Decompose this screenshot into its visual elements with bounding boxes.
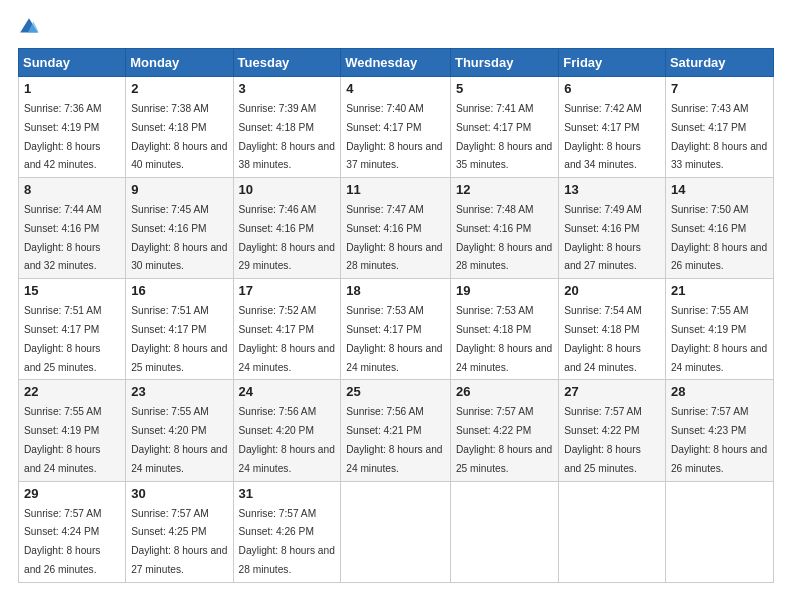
day-number: 3 <box>239 81 336 96</box>
day-number: 29 <box>24 486 120 501</box>
calendar-cell: 13 Sunrise: 7:49 AMSunset: 4:16 PMDaylig… <box>559 178 666 279</box>
day-number: 6 <box>564 81 660 96</box>
header <box>18 16 774 38</box>
day-number: 2 <box>131 81 227 96</box>
day-info: Sunrise: 7:36 AMSunset: 4:19 PMDaylight:… <box>24 103 102 170</box>
day-number: 18 <box>346 283 445 298</box>
calendar-cell <box>450 481 558 582</box>
calendar-cell: 3 Sunrise: 7:39 AMSunset: 4:18 PMDayligh… <box>233 77 341 178</box>
calendar-cell: 15 Sunrise: 7:51 AMSunset: 4:17 PMDaylig… <box>19 279 126 380</box>
logo-icon <box>18 16 40 38</box>
calendar-cell: 8 Sunrise: 7:44 AMSunset: 4:16 PMDayligh… <box>19 178 126 279</box>
day-number: 30 <box>131 486 227 501</box>
day-info: Sunrise: 7:45 AMSunset: 4:16 PMDaylight:… <box>131 204 227 271</box>
day-info: Sunrise: 7:46 AMSunset: 4:16 PMDaylight:… <box>239 204 335 271</box>
calendar-header-friday: Friday <box>559 49 666 77</box>
day-number: 9 <box>131 182 227 197</box>
calendar-cell: 9 Sunrise: 7:45 AMSunset: 4:16 PMDayligh… <box>126 178 233 279</box>
day-info: Sunrise: 7:56 AMSunset: 4:21 PMDaylight:… <box>346 406 442 473</box>
calendar-cell <box>665 481 773 582</box>
calendar-week-1: 1 Sunrise: 7:36 AMSunset: 4:19 PMDayligh… <box>19 77 774 178</box>
day-info: Sunrise: 7:57 AMSunset: 4:22 PMDaylight:… <box>564 406 642 473</box>
day-info: Sunrise: 7:55 AMSunset: 4:19 PMDaylight:… <box>24 406 102 473</box>
day-number: 17 <box>239 283 336 298</box>
day-number: 28 <box>671 384 768 399</box>
day-info: Sunrise: 7:48 AMSunset: 4:16 PMDaylight:… <box>456 204 552 271</box>
calendar-cell: 12 Sunrise: 7:48 AMSunset: 4:16 PMDaylig… <box>450 178 558 279</box>
day-info: Sunrise: 7:55 AMSunset: 4:20 PMDaylight:… <box>131 406 227 473</box>
calendar-cell: 29 Sunrise: 7:57 AMSunset: 4:24 PMDaylig… <box>19 481 126 582</box>
calendar-cell: 18 Sunrise: 7:53 AMSunset: 4:17 PMDaylig… <box>341 279 451 380</box>
day-number: 21 <box>671 283 768 298</box>
day-info: Sunrise: 7:54 AMSunset: 4:18 PMDaylight:… <box>564 305 642 372</box>
day-info: Sunrise: 7:43 AMSunset: 4:17 PMDaylight:… <box>671 103 767 170</box>
calendar-cell: 30 Sunrise: 7:57 AMSunset: 4:25 PMDaylig… <box>126 481 233 582</box>
day-number: 22 <box>24 384 120 399</box>
day-info: Sunrise: 7:51 AMSunset: 4:17 PMDaylight:… <box>131 305 227 372</box>
calendar-header-tuesday: Tuesday <box>233 49 341 77</box>
calendar-cell: 20 Sunrise: 7:54 AMSunset: 4:18 PMDaylig… <box>559 279 666 380</box>
day-number: 31 <box>239 486 336 501</box>
calendar-header-wednesday: Wednesday <box>341 49 451 77</box>
logo <box>18 16 44 38</box>
calendar-cell: 10 Sunrise: 7:46 AMSunset: 4:16 PMDaylig… <box>233 178 341 279</box>
day-number: 25 <box>346 384 445 399</box>
calendar-cell <box>341 481 451 582</box>
day-info: Sunrise: 7:52 AMSunset: 4:17 PMDaylight:… <box>239 305 335 372</box>
calendar-header-thursday: Thursday <box>450 49 558 77</box>
calendar-cell: 24 Sunrise: 7:56 AMSunset: 4:20 PMDaylig… <box>233 380 341 481</box>
calendar-cell: 11 Sunrise: 7:47 AMSunset: 4:16 PMDaylig… <box>341 178 451 279</box>
day-number: 8 <box>24 182 120 197</box>
calendar-cell <box>559 481 666 582</box>
day-info: Sunrise: 7:39 AMSunset: 4:18 PMDaylight:… <box>239 103 335 170</box>
calendar-header-row: SundayMondayTuesdayWednesdayThursdayFrid… <box>19 49 774 77</box>
calendar-week-4: 22 Sunrise: 7:55 AMSunset: 4:19 PMDaylig… <box>19 380 774 481</box>
calendar-cell: 27 Sunrise: 7:57 AMSunset: 4:22 PMDaylig… <box>559 380 666 481</box>
day-info: Sunrise: 7:57 AMSunset: 4:26 PMDaylight:… <box>239 508 335 575</box>
calendar-cell: 19 Sunrise: 7:53 AMSunset: 4:18 PMDaylig… <box>450 279 558 380</box>
day-info: Sunrise: 7:41 AMSunset: 4:17 PMDaylight:… <box>456 103 552 170</box>
calendar-cell: 25 Sunrise: 7:56 AMSunset: 4:21 PMDaylig… <box>341 380 451 481</box>
day-info: Sunrise: 7:42 AMSunset: 4:17 PMDaylight:… <box>564 103 642 170</box>
calendar-cell: 5 Sunrise: 7:41 AMSunset: 4:17 PMDayligh… <box>450 77 558 178</box>
calendar-header-sunday: Sunday <box>19 49 126 77</box>
calendar-table: SundayMondayTuesdayWednesdayThursdayFrid… <box>18 48 774 583</box>
calendar-cell: 16 Sunrise: 7:51 AMSunset: 4:17 PMDaylig… <box>126 279 233 380</box>
day-number: 12 <box>456 182 553 197</box>
day-number: 5 <box>456 81 553 96</box>
day-info: Sunrise: 7:57 AMSunset: 4:25 PMDaylight:… <box>131 508 227 575</box>
day-number: 24 <box>239 384 336 399</box>
day-number: 19 <box>456 283 553 298</box>
calendar-cell: 22 Sunrise: 7:55 AMSunset: 4:19 PMDaylig… <box>19 380 126 481</box>
day-number: 1 <box>24 81 120 96</box>
day-number: 20 <box>564 283 660 298</box>
day-info: Sunrise: 7:57 AMSunset: 4:22 PMDaylight:… <box>456 406 552 473</box>
day-info: Sunrise: 7:57 AMSunset: 4:23 PMDaylight:… <box>671 406 767 473</box>
calendar-cell: 6 Sunrise: 7:42 AMSunset: 4:17 PMDayligh… <box>559 77 666 178</box>
calendar-cell: 28 Sunrise: 7:57 AMSunset: 4:23 PMDaylig… <box>665 380 773 481</box>
calendar-cell: 1 Sunrise: 7:36 AMSunset: 4:19 PMDayligh… <box>19 77 126 178</box>
day-info: Sunrise: 7:55 AMSunset: 4:19 PMDaylight:… <box>671 305 767 372</box>
day-number: 10 <box>239 182 336 197</box>
calendar-cell: 31 Sunrise: 7:57 AMSunset: 4:26 PMDaylig… <box>233 481 341 582</box>
calendar-header-monday: Monday <box>126 49 233 77</box>
day-info: Sunrise: 7:51 AMSunset: 4:17 PMDaylight:… <box>24 305 102 372</box>
calendar-cell: 17 Sunrise: 7:52 AMSunset: 4:17 PMDaylig… <box>233 279 341 380</box>
day-number: 4 <box>346 81 445 96</box>
calendar-body: 1 Sunrise: 7:36 AMSunset: 4:19 PMDayligh… <box>19 77 774 583</box>
calendar-week-3: 15 Sunrise: 7:51 AMSunset: 4:17 PMDaylig… <box>19 279 774 380</box>
day-number: 11 <box>346 182 445 197</box>
calendar-cell: 21 Sunrise: 7:55 AMSunset: 4:19 PMDaylig… <box>665 279 773 380</box>
day-number: 14 <box>671 182 768 197</box>
day-info: Sunrise: 7:50 AMSunset: 4:16 PMDaylight:… <box>671 204 767 271</box>
day-number: 23 <box>131 384 227 399</box>
page: SundayMondayTuesdayWednesdayThursdayFrid… <box>0 0 792 612</box>
day-number: 16 <box>131 283 227 298</box>
day-info: Sunrise: 7:53 AMSunset: 4:17 PMDaylight:… <box>346 305 442 372</box>
day-info: Sunrise: 7:40 AMSunset: 4:17 PMDaylight:… <box>346 103 442 170</box>
calendar-week-5: 29 Sunrise: 7:57 AMSunset: 4:24 PMDaylig… <box>19 481 774 582</box>
calendar-header-saturday: Saturday <box>665 49 773 77</box>
calendar-cell: 4 Sunrise: 7:40 AMSunset: 4:17 PMDayligh… <box>341 77 451 178</box>
day-info: Sunrise: 7:44 AMSunset: 4:16 PMDaylight:… <box>24 204 102 271</box>
day-number: 15 <box>24 283 120 298</box>
